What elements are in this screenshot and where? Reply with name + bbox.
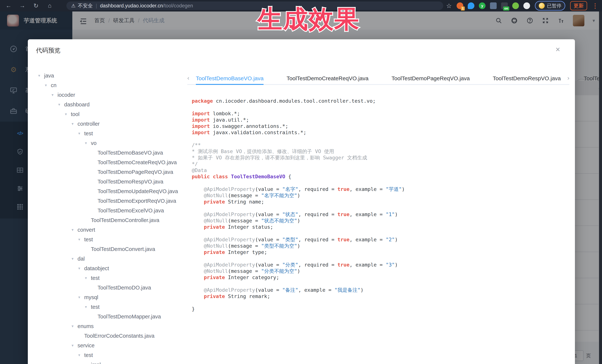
browser-forward-icon[interactable]: → xyxy=(19,2,26,9)
tree-node-label: dal xyxy=(77,256,85,262)
tab-ToolTestDemoPageReqVO.java[interactable]: ToolTestDemoPageReqVO.java xyxy=(391,73,470,84)
caret-down-icon: ▾ xyxy=(78,131,84,136)
tree-node-ToolTestDemoDO.java[interactable]: ToolTestDemoDO.java xyxy=(33,283,183,292)
browser-reload-icon[interactable]: ↻ xyxy=(32,2,40,9)
tree-node-tool[interactable]: ▾tool xyxy=(33,109,183,119)
browser-update-button[interactable]: 更新 xyxy=(570,1,587,10)
caret-down-icon: ▾ xyxy=(52,93,57,97)
tree-node-ToolTestDemoPageReqVO.java[interactable]: ToolTestDemoPageReqVO.java xyxy=(33,167,183,177)
tree-node-ToolTestDemoConvert.java[interactable]: ToolTestDemoConvert.java xyxy=(33,244,183,254)
ext-leaf[interactable] xyxy=(512,2,519,9)
ext-list[interactable]: on xyxy=(501,2,508,9)
tree-node-cn[interactable]: ▾cn xyxy=(33,80,183,90)
tab-ToolTestDemoCreateReqVO.java[interactable]: ToolTestDemoCreateReqVO.java xyxy=(287,73,368,84)
tree-node-dal[interactable]: ▾dal xyxy=(33,254,183,264)
tab-ToolTe[interactable]: ToolTe xyxy=(584,73,600,84)
tree-node-label: test xyxy=(84,130,93,137)
tree-node-label: ToolTestDemoConvert.java xyxy=(91,246,155,252)
caret-down-icon: ▾ xyxy=(65,112,71,116)
tree-node-label: ToolTestDemoExportReqVO.java xyxy=(97,198,176,204)
emoji-face-icon xyxy=(539,3,545,9)
tree-node-label: ToolTestDemoCreateReqVO.java xyxy=(97,159,177,166)
paused-label: 已暂停 xyxy=(547,3,561,9)
tree-node-label: iocoder xyxy=(57,92,75,98)
code-view: package cn.iocoder.dashboard.modules.too… xyxy=(192,98,569,364)
tree-node-test[interactable]: ▾test xyxy=(33,350,183,360)
code-preview-dialog: 代码预览 × ▾java▾cn▾iocoder▾dashboard▾tool▾c… xyxy=(28,39,575,364)
tree-node-ToolTestDemoBaseVO.java[interactable]: ToolTestDemoBaseVO.java xyxy=(33,148,183,157)
bookmark-star-icon[interactable]: ☆ xyxy=(446,2,452,10)
caret-down-icon: ▾ xyxy=(72,324,77,328)
caret-down-icon: ▾ xyxy=(72,228,77,232)
address-bar[interactable]: ⚠ 不安全 | dashboard.yudao.iocoder.cn /tool… xyxy=(66,1,443,10)
ext-circle-orange[interactable]: 1 xyxy=(457,2,463,9)
url-path: /tool/codegen xyxy=(163,3,193,9)
tree-node-dashboard[interactable]: ▾dashboard xyxy=(33,100,183,109)
tree-node-ToolTestDemoExcelVO.java[interactable]: ToolTestDemoExcelVO.java xyxy=(33,206,183,215)
tree-node-label: ToolErrorCodeConstants.java xyxy=(84,333,154,339)
tab-ToolTestDemoBaseVO.java[interactable]: ToolTestDemoBaseVO.java xyxy=(196,73,264,84)
caret-down-icon: ▾ xyxy=(78,266,84,270)
browser-menu-icon[interactable]: ⋮ xyxy=(592,2,598,10)
tree-node-label: impl xyxy=(91,362,101,364)
tree-node-label: mysql xyxy=(84,294,98,301)
browser-home-icon[interactable]: ⌂ xyxy=(46,2,54,9)
app: 芋道管理系统 首页⚙系统基础研发</>代代表系数 首页/研发工具/代码生成 xyxy=(0,11,602,364)
ext-squares[interactable] xyxy=(490,2,497,9)
caret-down-icon: ▾ xyxy=(72,122,77,126)
tree-node-ToolTestDemoMapper.java[interactable]: ToolTestDemoMapper.java xyxy=(33,312,183,321)
tree-node-label: cn xyxy=(51,82,57,88)
file-tabs: ‹ ToolTestDemoBaseVO.javaToolTestDemoCre… xyxy=(187,73,569,85)
paused-extension-pill[interactable]: 已暂停 xyxy=(535,1,565,10)
tree-node-test[interactable]: ▾test xyxy=(33,129,183,138)
caret-down-icon: ▾ xyxy=(85,276,91,280)
ext-drop-blue[interactable] xyxy=(468,2,474,9)
caret-down-icon: ▾ xyxy=(78,295,84,300)
tab-ToolTestDemoRespVO.java[interactable]: ToolTestDemoRespVO.java xyxy=(493,73,561,84)
tree-node-ToolTestDemoController.java[interactable]: ToolTestDemoController.java xyxy=(33,215,183,225)
tree-node-test[interactable]: ▾test xyxy=(33,273,183,283)
tabs-prev-icon[interactable]: ‹ xyxy=(187,74,189,81)
tree-node-ToolTestDemoCreateReqVO.java[interactable]: ToolTestDemoCreateReqVO.java xyxy=(33,157,183,167)
ext-puzzle[interactable] xyxy=(523,2,530,9)
dialog-title: 代码预览 xyxy=(36,46,60,55)
caret-down-icon: ▾ xyxy=(72,257,77,261)
tree-node-enums[interactable]: ▾enums xyxy=(33,321,183,331)
tree-node-ToolTestDemoUpdateReqVO.java[interactable]: ToolTestDemoUpdateReqVO.java xyxy=(33,187,183,196)
caret-down-icon: ▾ xyxy=(85,363,91,364)
code-pane: ‹ ToolTestDemoBaseVO.javaToolTestDemoCre… xyxy=(187,73,569,364)
tree-node-label: test xyxy=(84,352,93,358)
caret-down-icon: ▾ xyxy=(85,305,91,309)
tree-node-ToolTestDemoExportReqVO.java[interactable]: ToolTestDemoExportReqVO.java xyxy=(33,196,183,206)
tree-node-dataobject[interactable]: ▾dataobject xyxy=(33,264,183,273)
scrollbar[interactable] xyxy=(599,11,602,364)
close-icon[interactable]: × xyxy=(555,46,560,53)
caret-down-icon: ▾ xyxy=(72,343,77,348)
tree-node-convert[interactable]: ▾convert xyxy=(33,225,183,235)
tree-node-mysql[interactable]: ▾mysql xyxy=(33,292,183,302)
not-secure-label: 不安全 xyxy=(78,2,93,9)
tree-node-service[interactable]: ▾service xyxy=(33,341,183,350)
browser-back-icon[interactable]: ← xyxy=(5,2,12,9)
tree-node-iocoder[interactable]: ▾iocoder xyxy=(33,90,183,100)
caret-down-icon: ▾ xyxy=(45,83,51,87)
tree-node-impl[interactable]: ▾impl xyxy=(33,360,183,364)
extension-icons: 1yon xyxy=(457,2,530,9)
tabs-next-icon[interactable]: › xyxy=(567,74,569,81)
caret-down-icon: ▾ xyxy=(85,141,91,145)
tree-node-label: dashboard xyxy=(64,102,90,108)
tree-node-ToolTestDemoRespVO.java[interactable]: ToolTestDemoRespVO.java xyxy=(33,177,183,187)
tree-node-label: test xyxy=(91,275,100,281)
tree-node-label: java xyxy=(44,73,54,79)
tree-node-label: ToolTestDemoUpdateReqVO.java xyxy=(97,188,178,194)
tree-node-test[interactable]: ▾test xyxy=(33,302,183,312)
tree-node-label: service xyxy=(77,343,95,349)
tree-node-test[interactable]: ▾test xyxy=(33,235,183,244)
tree-node-java[interactable]: ▾java xyxy=(33,71,183,80)
url-host: dashboard.yudao.iocoder.cn xyxy=(100,3,163,9)
tree-node-ToolErrorCodeConstants.java[interactable]: ToolErrorCodeConstants.java xyxy=(33,331,183,341)
ext-circle-green[interactable]: y xyxy=(479,2,485,9)
tree-node-vo[interactable]: ▾vo xyxy=(33,138,183,148)
caret-down-icon: ▾ xyxy=(78,237,84,242)
tree-node-controller[interactable]: ▾controller xyxy=(33,119,183,129)
